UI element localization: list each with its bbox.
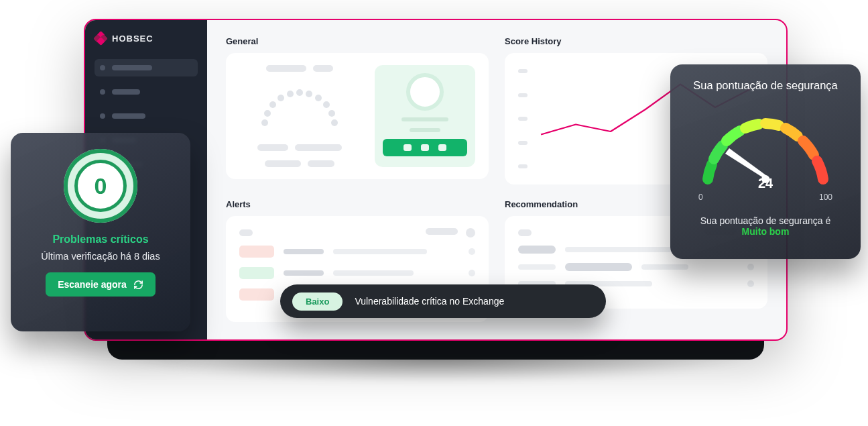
svg-point-6 <box>306 91 312 97</box>
critical-count-ring-icon: 0 <box>64 149 137 223</box>
nav-placeholder <box>112 89 140 95</box>
score-status: Muito bom <box>742 226 790 237</box>
severity-tag-green <box>239 267 274 279</box>
security-score-card: Sua pontuação de segurança 24 0 100 <box>670 64 861 259</box>
gauge-arc-icon <box>253 81 347 135</box>
severity-tag-red <box>239 246 274 258</box>
placeholder-pill <box>401 117 448 121</box>
placeholder-line <box>565 263 632 271</box>
sidebar-item-3[interactable] <box>95 107 198 125</box>
placeholder-pill <box>518 229 532 236</box>
general-card <box>226 53 489 179</box>
recommendation-row[interactable] <box>518 263 754 271</box>
score-range-labels: 0 100 <box>698 193 832 202</box>
row-end-dot-icon <box>747 264 754 270</box>
row-end-dot-icon <box>469 270 475 276</box>
critical-count-value: 0 <box>74 160 127 212</box>
svg-point-10 <box>331 119 338 126</box>
section-title-score-history: Score History <box>505 36 767 46</box>
placeholder-pill <box>265 160 301 167</box>
alert-row[interactable] <box>239 267 475 279</box>
general-action-button[interactable] <box>383 139 467 156</box>
placeholder-line <box>284 249 324 254</box>
general-gauge-area <box>239 65 360 167</box>
svg-marker-11 <box>725 148 769 179</box>
toast-severity-badge: Baixo <box>292 292 343 311</box>
circle-placeholder-icon <box>406 73 444 111</box>
placeholder-pill <box>313 65 333 72</box>
svg-point-8 <box>323 101 330 108</box>
placeholder-pill <box>426 228 458 235</box>
svg-point-3 <box>277 95 284 101</box>
placeholder-line <box>284 270 324 276</box>
brand-logo-icon <box>95 32 107 44</box>
critical-subtitle: Última verificação há 8 dias <box>41 251 160 262</box>
score-subtitle: Sua pontuação de segurança é Muito bom <box>700 215 831 237</box>
svg-point-9 <box>328 110 335 117</box>
score-gauge: 24 <box>692 104 839 191</box>
placeholder-pill <box>266 65 306 72</box>
placeholder-line <box>565 247 672 252</box>
placeholder-pill <box>239 229 253 236</box>
nav-placeholder <box>112 113 145 119</box>
score-max: 100 <box>819 193 832 202</box>
row-end-dot-icon <box>469 248 475 255</box>
critical-title: Problemas críticos <box>52 233 148 246</box>
svg-point-4 <box>287 91 294 97</box>
severity-tag-red <box>239 288 274 301</box>
section-title-alerts: Alerts <box>226 199 489 209</box>
sidebar-item-1[interactable] <box>95 59 198 76</box>
row-end-dot-icon <box>747 280 754 287</box>
nav-placeholder <box>112 65 152 70</box>
sidebar-item-2[interactable] <box>95 83 198 101</box>
section-title-general: General <box>226 36 489 46</box>
placeholder-pill <box>308 160 334 167</box>
svg-point-5 <box>296 89 303 96</box>
score-min: 0 <box>698 193 703 202</box>
placeholder-pill <box>295 144 342 151</box>
alert-toast[interactable]: Baixo Vulnerabilidade crítica no Exchang… <box>280 284 606 318</box>
placeholder-pill <box>257 144 288 151</box>
section-general: General <box>226 36 489 186</box>
nav-dot-icon <box>100 89 105 95</box>
placeholder-line <box>641 264 688 270</box>
general-highlight-card <box>375 65 475 167</box>
svg-point-7 <box>315 95 322 101</box>
placeholder-line <box>518 246 556 254</box>
y-axis-ticks <box>518 69 528 168</box>
svg-point-2 <box>269 101 276 108</box>
score-value: 24 <box>758 176 773 191</box>
placeholder-line <box>333 270 414 276</box>
alert-row[interactable] <box>239 246 475 258</box>
score-title: Sua pontuação de segurança <box>693 79 838 92</box>
toast-text: Vulnerabilidade crítica no Exchange <box>355 296 504 307</box>
nav-dot-icon <box>100 65 105 70</box>
placeholder-line <box>333 249 427 254</box>
placeholder-pill <box>410 128 440 132</box>
brand: HOBSEC <box>95 32 198 44</box>
svg-point-0 <box>261 119 268 126</box>
badge-dot-icon <box>466 228 475 237</box>
score-subtitle-prefix: Sua pontuação de segurança é <box>700 215 831 226</box>
nav-dot-icon <box>100 113 105 119</box>
brand-name: HOBSEC <box>112 34 153 44</box>
scan-now-label: Escaneie agora <box>58 279 127 290</box>
svg-point-1 <box>264 110 271 117</box>
placeholder-line <box>518 264 556 270</box>
critical-problems-card: 0 Problemas críticos Última verificação … <box>11 133 190 331</box>
refresh-icon <box>133 280 143 290</box>
scan-now-button[interactable]: Escaneie agora <box>46 272 156 297</box>
